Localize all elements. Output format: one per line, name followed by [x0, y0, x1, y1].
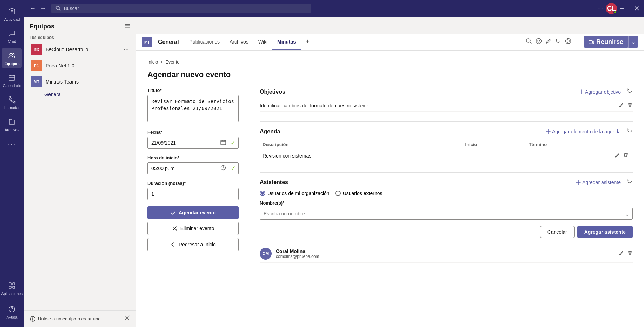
- globe-icon[interactable]: [565, 38, 571, 46]
- refresh-icon[interactable]: [555, 38, 562, 46]
- objetivos-refresh-icon[interactable]: [626, 88, 633, 96]
- svg-rect-4: [9, 283, 11, 285]
- search-icon: [55, 6, 61, 11]
- tab-archivos[interactable]: Archivos: [225, 34, 253, 50]
- time-icon[interactable]: [220, 165, 226, 172]
- team-options-minutas[interactable]: ···: [124, 78, 129, 86]
- nav-item-more[interactable]: ···: [2, 136, 22, 152]
- titulo-label: Título*: [147, 88, 239, 93]
- agenda-delete-icon[interactable]: [623, 152, 629, 159]
- breadcrumb-evento: Evento: [165, 59, 179, 65]
- equipos-label: Equipos: [4, 61, 19, 66]
- team-item-becloud[interactable]: BD BeCloud Desarrollo ···: [25, 42, 134, 57]
- close-icon[interactable]: ✕: [634, 4, 640, 13]
- agregar-asistente-button[interactable]: Agregar asistente: [577, 226, 633, 238]
- calendar-icon[interactable]: [220, 139, 226, 146]
- search-bar[interactable]: [51, 4, 311, 13]
- reunirse-button[interactable]: Reunirse: [584, 36, 628, 48]
- team-item-prevenet[interactable]: P1 PreveNet 1.0 ···: [25, 58, 134, 73]
- search-input[interactable]: [64, 6, 307, 11]
- nav-item-equipos[interactable]: Equipos: [2, 48, 22, 68]
- sidebar-title: Equipos: [29, 23, 54, 30]
- nav-item-chat[interactable]: Chat: [2, 26, 22, 46]
- channel-tabs: Publicaciones Archivos Wiki Minutas +: [185, 34, 314, 51]
- titulo-input[interactable]: Revisar Formato de Servicios Profesional…: [147, 95, 239, 122]
- asistentes-section: Asistentes Agregar asistente: [260, 178, 633, 263]
- back-arrow[interactable]: ←: [28, 4, 37, 13]
- asistentes-refresh-icon[interactable]: [626, 178, 633, 186]
- svg-rect-19: [221, 140, 226, 145]
- agendar-evento-button[interactable]: Agendar evento: [147, 206, 239, 219]
- sidebar-section-label: Tus equipos: [24, 33, 136, 41]
- regresar-inicio-button[interactable]: Regresar a Inicio: [147, 238, 239, 251]
- agregar-objetivo-btn[interactable]: Agregar objetivo: [579, 89, 621, 95]
- radio-mi-organizacion[interactable]: Usuarios de mi organización: [260, 191, 330, 196]
- svg-rect-5: [13, 283, 15, 285]
- separator-2: [260, 172, 633, 173]
- agregar-agenda-btn[interactable]: Agregar elemento de la agenda: [546, 129, 621, 134]
- actividad-label: Actividad: [4, 17, 20, 21]
- tab-minutas[interactable]: Minutas: [272, 34, 301, 50]
- search-channel-icon[interactable]: [526, 38, 532, 46]
- settings-icon[interactable]: [124, 315, 130, 323]
- emoji-icon[interactable]: [536, 38, 542, 46]
- nav-item-calendario[interactable]: Calendario: [2, 70, 22, 91]
- objetivos-header: Objetivos Agregar objetivo: [260, 88, 633, 96]
- objetivo-actions-0: [619, 102, 633, 109]
- maximize-icon[interactable]: □: [627, 5, 631, 13]
- team-options-prevenet[interactable]: ···: [124, 62, 129, 69]
- join-icon: [29, 316, 36, 322]
- apps-label: Aplicaciones: [1, 292, 23, 296]
- join-create-team-btn[interactable]: Unirse a un equipo o crear uno: [29, 316, 121, 322]
- nombre-input[interactable]: [260, 208, 633, 220]
- attendee-edit-icon[interactable]: [619, 250, 624, 257]
- channel-title: General: [158, 39, 179, 45]
- svg-point-12: [126, 317, 128, 319]
- agenda-table: Descripción Inicio Término Revisión con …: [260, 140, 633, 162]
- cancelar-button[interactable]: Cancelar: [540, 226, 575, 238]
- hora-group: Hora de inicio* ✓: [147, 155, 239, 174]
- tab-wiki[interactable]: Wiki: [253, 34, 272, 50]
- tab-publicaciones[interactable]: Publicaciones: [185, 34, 225, 50]
- archivos-label: Archivos: [5, 128, 19, 132]
- agenda-edit-icon[interactable]: [615, 152, 620, 159]
- nav-item-apps[interactable]: Aplicaciones: [2, 278, 22, 299]
- team-options-becloud[interactable]: ···: [124, 46, 129, 53]
- nav-arrows: ← →: [28, 4, 48, 13]
- attendee-delete-icon[interactable]: [627, 250, 633, 257]
- objetivo-delete-icon[interactable]: [627, 102, 633, 109]
- eliminar-evento-button[interactable]: Eliminar evento: [147, 222, 239, 235]
- agregar-asistente-link[interactable]: Agregar asistente: [576, 180, 621, 185]
- nav-item-actividad[interactable]: Actividad: [2, 4, 22, 24]
- svg-rect-6: [9, 286, 11, 288]
- edit-icon[interactable]: [545, 38, 552, 46]
- channel-item-general[interactable]: General: [24, 90, 136, 99]
- nav-item-archivos[interactable]: Archivos: [2, 114, 22, 135]
- reunirse-dropdown-btn[interactable]: ⌄: [628, 36, 638, 48]
- objetivo-edit-icon[interactable]: [619, 102, 624, 109]
- duracion-label: Duración (horas)*: [147, 181, 239, 186]
- agenda-refresh-icon[interactable]: [626, 127, 633, 135]
- separator-1: [260, 121, 633, 122]
- team-item-minutas[interactable]: MT Minutas Teams ···: [25, 74, 134, 89]
- svg-point-16: [539, 40, 540, 41]
- hora-wrapper: ✓: [147, 162, 239, 174]
- nav-item-help[interactable]: Ayuda: [2, 301, 22, 322]
- breadcrumb-inicio[interactable]: Inicio: [147, 59, 158, 65]
- minimize-icon[interactable]: −: [620, 5, 624, 13]
- duracion-input[interactable]: [147, 188, 239, 200]
- calendario-icon: [7, 73, 17, 82]
- user-avatar[interactable]: CL: [606, 3, 617, 14]
- filter-icon[interactable]: ☰: [125, 22, 130, 30]
- radio-externos[interactable]: Usuarios externos: [335, 191, 383, 196]
- nav-item-llamadas[interactable]: Llamadas: [2, 92, 22, 113]
- hora-label: Hora de inicio*: [147, 155, 239, 160]
- more-options-icon[interactable]: ···: [597, 5, 603, 13]
- forward-arrow[interactable]: →: [39, 4, 48, 13]
- tab-add[interactable]: +: [301, 34, 314, 51]
- more-channel-icon[interactable]: ···: [575, 38, 580, 46]
- svg-rect-3: [9, 75, 15, 80]
- team-name-prevenet: PreveNet 1.0: [46, 63, 124, 68]
- help-icon: [7, 304, 17, 314]
- objetivo-item-0: Identificar cambios del formato de nuest…: [260, 100, 633, 112]
